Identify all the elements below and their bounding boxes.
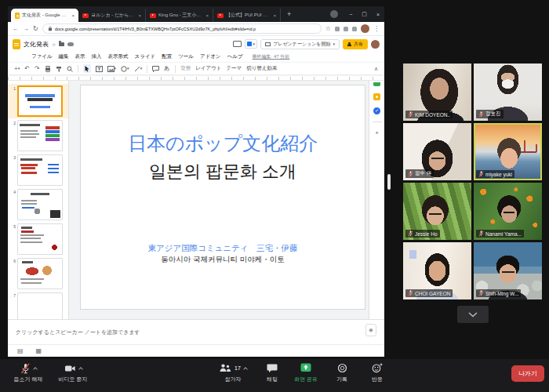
- redo-icon[interactable]: ↷: [35, 66, 40, 72]
- participant-video-tile[interactable]: Nanami Yama...: [474, 183, 542, 240]
- tab-google-slides[interactable]: 文化発表 - Google スライド ×: [11, 9, 78, 22]
- document-title[interactable]: 文化発表: [24, 40, 49, 49]
- slide-thumbnail-4[interactable]: [17, 189, 63, 220]
- speaker-notes-area[interactable]: クリックするとスピーカー ノートを追加できます ◆: [8, 319, 384, 344]
- tab-close-icon[interactable]: ×: [138, 13, 141, 18]
- menu-slide[interactable]: スライド: [135, 53, 156, 60]
- participant-video-tile[interactable]: Jessie Ho: [403, 183, 471, 240]
- more-participants-button[interactable]: [457, 306, 489, 323]
- share-screen-button[interactable]: 화면 공유: [289, 362, 323, 383]
- address-bar[interactable]: docs.google.com/presentation/d/1T4fHV3_B…: [42, 24, 322, 34]
- menu-help[interactable]: ヘルプ: [227, 53, 243, 60]
- menu-view[interactable]: 表示: [75, 53, 85, 60]
- print-icon[interactable]: [45, 66, 51, 72]
- menu-format[interactable]: 表示形式: [108, 53, 129, 60]
- slideshow-screen-icon[interactable]: [233, 41, 242, 47]
- slide-title-japanese[interactable]: 日本のポップ文化紹介: [81, 131, 365, 156]
- chrome-profile-avatar[interactable]: [361, 24, 369, 33]
- back-icon[interactable]: ←: [13, 25, 19, 32]
- menu-arrange[interactable]: 配置: [162, 53, 172, 60]
- new-tab-button[interactable]: +: [281, 10, 297, 18]
- record-button[interactable]: 기록: [329, 362, 354, 383]
- tasks-icon[interactable]: ✓: [373, 107, 380, 114]
- insert-shape-icon[interactable]: ▾: [121, 66, 129, 72]
- explore-button[interactable]: ◆: [365, 324, 376, 336]
- current-slide[interactable]: 日本のポップ文化紹介 일본의 팝문화 소개 東アジア国際コミュニティ 三宅・伊藤…: [80, 85, 365, 310]
- window-maximize-button[interactable]: ▢: [357, 11, 372, 17]
- reactions-button[interactable]: 반응: [364, 362, 391, 383]
- tab-close-icon[interactable]: ×: [71, 13, 75, 18]
- slide-thumbnail-2[interactable]: [17, 120, 63, 151]
- slide-thumbnail-row[interactable]: 6: [8, 256, 68, 291]
- slide-thumbnail-row[interactable]: 7: [8, 291, 68, 319]
- layout-button[interactable]: レイアウト: [195, 65, 221, 72]
- move-folder-icon[interactable]: [59, 42, 64, 46]
- grid-view-icon[interactable]: ▦: [36, 347, 42, 354]
- slide-thumbnail-6[interactable]: [17, 258, 63, 289]
- menu-edit[interactable]: 編集: [59, 53, 69, 60]
- browser-profile-icon[interactable]: [330, 10, 338, 18]
- extension-icon[interactable]: [352, 27, 357, 31]
- undo-icon[interactable]: ↶: [24, 66, 30, 72]
- reload-icon[interactable]: ↻: [33, 25, 38, 32]
- menu-addons[interactable]: アドオン: [200, 53, 221, 60]
- tab-close-icon[interactable]: ×: [273, 13, 276, 18]
- participant-video-tile-active-speaker[interactable]: miyake yuki: [474, 123, 542, 180]
- present-to-meet-button[interactable]: ▾: [245, 39, 257, 49]
- participant-video-tile[interactable]: 畠中 伴: [403, 123, 471, 180]
- slide-thumbnail-5[interactable]: [17, 223, 63, 255]
- google-slides-app-icon[interactable]: [13, 39, 20, 49]
- start-presentation-button[interactable]: プレゼンテーションを開始 ▾: [260, 39, 340, 49]
- tab-youtube-yorushika[interactable]: ヨルシカ - だから僕は音楽を辞めた... ×: [78, 9, 146, 22]
- slide-title-korean[interactable]: 일본의 팝문화 소개: [81, 160, 365, 183]
- share-button[interactable]: 共有: [343, 39, 368, 49]
- participant-video-tile[interactable]: KIM DOYEON..: [403, 64, 471, 121]
- participants-options-chevron-icon[interactable]: [243, 367, 248, 372]
- slide-subtitle-japanese[interactable]: 東アジア国際コミュニティ 三宅・伊藤: [81, 243, 365, 254]
- menu-tools[interactable]: ツール: [178, 53, 194, 60]
- slide-thumbnail-row[interactable]: 3: [8, 153, 68, 187]
- slide-thumbnail-row[interactable]: 4: [8, 187, 68, 222]
- bookmark-star-icon[interactable]: ☆: [325, 25, 331, 32]
- menu-insert[interactable]: 挿入: [92, 53, 102, 60]
- slide-thumbnail-row[interactable]: 1: [8, 84, 68, 118]
- new-slide-button[interactable]: +▾: [14, 66, 20, 72]
- text-color-icon[interactable]: あ: [164, 65, 170, 72]
- keep-icon[interactable]: [373, 93, 380, 100]
- participant-video-tile[interactable]: CHOI GAYEON: [403, 242, 471, 299]
- extension-icon[interactable]: [335, 27, 340, 31]
- zoom-tool-icon[interactable]: [67, 66, 73, 72]
- participants-button[interactable]: 17 참가자: [212, 362, 254, 383]
- extension-icon[interactable]: [344, 27, 348, 31]
- window-minimize-button[interactable]: −: [344, 12, 357, 17]
- panel-resize-handle[interactable]: [387, 174, 391, 190]
- calendar-icon[interactable]: [373, 82, 380, 86]
- slide-thumbnail-3[interactable]: [17, 154, 63, 186]
- insert-comment-icon[interactable]: [152, 66, 159, 72]
- background-button[interactable]: 背景: [180, 65, 191, 72]
- transition-button[interactable]: 切り替え効果: [246, 65, 277, 72]
- insert-line-icon[interactable]: ▾: [134, 66, 143, 72]
- participant-video-tile[interactable]: 정호진: [474, 64, 542, 121]
- speaker-notes-placeholder[interactable]: クリックするとスピーカー ノートを追加できます: [16, 328, 140, 336]
- slide-thumbnail-row[interactable]: 2: [8, 118, 68, 153]
- tab-youtube-kinggnu[interactable]: King Gnu - 三文小説 - YouTube ×: [146, 9, 213, 22]
- star-document-icon[interactable]: ☆: [52, 42, 56, 47]
- last-edit-link[interactable]: 最終編集: 47 分前: [253, 53, 290, 60]
- window-close-button[interactable]: ×: [372, 12, 384, 17]
- save-status-cloud-icon[interactable]: [67, 42, 74, 46]
- filmstrip-view-icon[interactable]: ▤: [17, 347, 24, 354]
- unmute-button[interactable]: 음소거 해제: [8, 362, 49, 383]
- account-avatar[interactable]: [371, 40, 380, 49]
- tab-youtube-molcar[interactable]: 【公式】PUI PUI モルカー 第1話... ×: [213, 9, 281, 22]
- slide-subtitle-korean[interactable]: 동아시아 국제커뮤니티 미야케・이토: [81, 255, 365, 265]
- stop-video-button[interactable]: 비디오 중지: [53, 362, 93, 383]
- paint-format-icon[interactable]: [56, 66, 62, 72]
- chat-button[interactable]: 채팅: [259, 362, 285, 383]
- select-cursor-icon[interactable]: [83, 64, 91, 73]
- browser-menu-icon[interactable]: ⋮: [373, 25, 380, 32]
- menu-file[interactable]: ファイル: [31, 53, 53, 60]
- theme-button[interactable]: テーマ: [226, 65, 242, 72]
- toolbar-collapse-icon[interactable]: ∧: [374, 66, 378, 72]
- add-addon-icon[interactable]: +: [375, 129, 379, 136]
